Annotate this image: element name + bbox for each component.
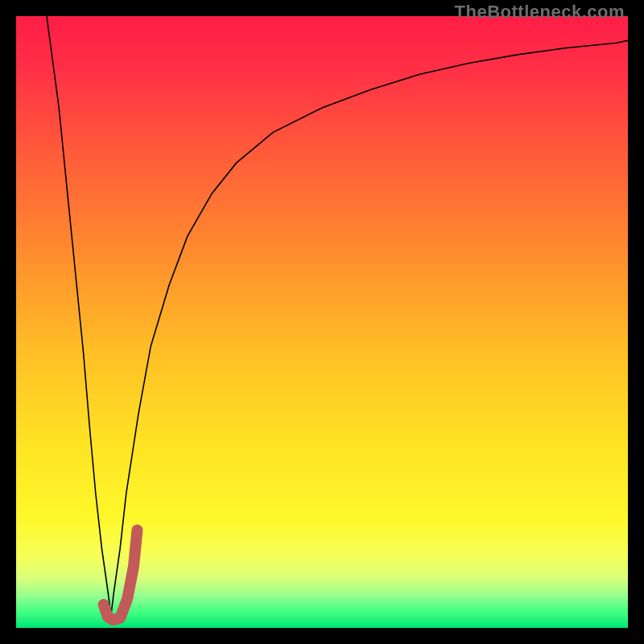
chart-frame: TheBottleneck.com — [0, 0, 644, 644]
plot-area — [16, 16, 628, 628]
